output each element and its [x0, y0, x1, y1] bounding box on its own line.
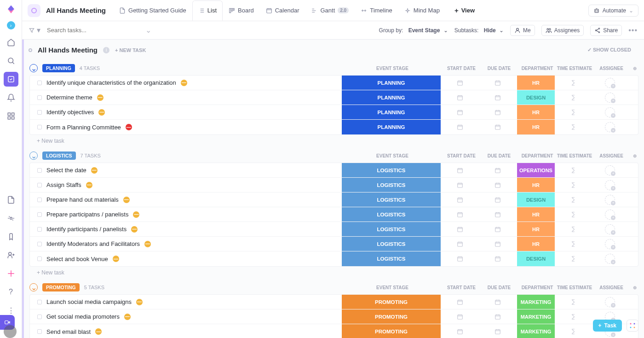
status-square-icon[interactable] [37, 329, 42, 334]
assignee-cell[interactable] [591, 195, 629, 205]
status-square-icon[interactable] [37, 125, 42, 129]
stage-cell[interactable]: PLANNING [341, 76, 441, 90]
time-estimate-cell[interactable] [555, 109, 591, 116]
show-closed-toggle[interactable]: ✓ SHOW CLOSED [587, 47, 631, 53]
start-date-cell[interactable] [441, 197, 479, 203]
time-estimate-cell[interactable] [555, 241, 591, 247]
status-square-icon[interactable] [37, 198, 42, 202]
task-row[interactable]: Select the date — LOGISTICS OPERATIONS [30, 163, 638, 178]
time-estimate-cell[interactable] [555, 197, 591, 203]
stage-cell[interactable]: PROMOTING [341, 324, 441, 338]
col-assignee[interactable]: ASSIGNEE [592, 285, 630, 290]
assignees-filter-button[interactable]: Assignees [541, 25, 584, 36]
help-icon[interactable]: ? [4, 285, 18, 299]
new-task-link[interactable]: + NEW TASK [115, 47, 146, 53]
department-cell[interactable]: HR [517, 222, 555, 236]
due-date-cell[interactable] [479, 182, 517, 188]
task-row[interactable]: Identify participants / panelists — LOGI… [30, 222, 638, 237]
task-row[interactable]: Form a Planning Committee — PLANNING HR [30, 120, 638, 134]
assignee-add-icon[interactable] [605, 297, 615, 307]
stage-cell[interactable]: LOGISTICS [341, 222, 441, 236]
col-assignee[interactable]: ASSIGNEE [592, 66, 630, 71]
share-button[interactable]: Share [590, 25, 622, 36]
col-time-estimate[interactable]: TIME ESTIMATE [557, 66, 592, 71]
view-tab-board[interactable]: Board [223, 0, 260, 21]
priority-icon[interactable]: — [91, 167, 98, 174]
assignee-add-icon[interactable] [605, 180, 615, 190]
start-date-cell[interactable] [441, 226, 479, 233]
start-date-cell[interactable] [441, 211, 479, 218]
time-estimate-cell[interactable] [555, 94, 591, 101]
time-estimate-cell[interactable] [555, 211, 591, 218]
search-nav-icon[interactable] [4, 53, 18, 68]
app-grid-icon[interactable] [627, 320, 638, 332]
status-pill[interactable]: PROMOTING [42, 283, 80, 291]
status-square-icon[interactable] [37, 212, 42, 217]
assignee-add-icon[interactable] [605, 224, 615, 234]
assignee-add-icon[interactable] [605, 254, 615, 264]
priority-icon[interactable]: — [113, 256, 119, 262]
status-square-icon[interactable] [37, 95, 42, 100]
department-cell[interactable]: OPERATIONS [517, 163, 555, 177]
department-cell[interactable]: MARKETING [517, 309, 555, 324]
notifications-icon[interactable] [4, 90, 18, 105]
status-square-icon[interactable] [37, 110, 42, 115]
assignee-add-icon[interactable] [605, 239, 615, 249]
assignee-cell[interactable] [591, 165, 629, 175]
new-task-inline[interactable]: + New task [29, 135, 644, 145]
sparkle-icon[interactable] [4, 266, 18, 281]
due-date-cell[interactable] [479, 241, 517, 247]
stage-cell[interactable]: LOGISTICS [341, 192, 441, 207]
stage-cell[interactable]: LOGISTICS [341, 163, 441, 177]
assignee-cell[interactable] [591, 180, 629, 190]
priority-icon[interactable]: — [98, 109, 105, 116]
col-time-estimate[interactable]: TIME ESTIMATE [557, 153, 592, 158]
stage-cell[interactable]: LOGISTICS [341, 178, 441, 192]
col-department[interactable]: DEPARTMENT [518, 285, 557, 290]
priority-icon[interactable]: — [181, 80, 187, 86]
col-event-stage[interactable]: EVENT STAGE [342, 285, 443, 290]
due-date-cell[interactable] [479, 124, 517, 130]
user-avatar[interactable] [4, 325, 17, 338]
stage-cell[interactable]: LOGISTICS [341, 251, 441, 266]
add-column-icon[interactable]: ⊕ [630, 153, 639, 158]
due-date-cell[interactable] [479, 94, 517, 101]
docs-icon[interactable] [4, 192, 18, 207]
time-estimate-cell[interactable] [555, 124, 591, 130]
stage-cell[interactable]: LOGISTICS [341, 237, 441, 251]
department-cell[interactable]: HR [517, 237, 555, 251]
info-icon[interactable]: i [103, 47, 109, 53]
time-estimate-cell[interactable] [555, 167, 591, 174]
assignee-add-icon[interactable] [605, 165, 615, 175]
group-by-selector[interactable]: Group by: Event Stage ⌄ [379, 27, 448, 34]
department-cell[interactable]: MARKETING [517, 295, 555, 309]
start-date-cell[interactable] [441, 182, 479, 188]
search-input[interactable] [47, 27, 139, 34]
department-cell[interactable]: MARKETING [517, 324, 555, 338]
assignee-add-icon[interactable] [605, 93, 615, 103]
due-date-cell[interactable] [479, 167, 517, 174]
start-date-cell[interactable] [441, 241, 479, 247]
status-square-icon[interactable] [37, 168, 42, 173]
department-cell[interactable]: HR [517, 207, 555, 221]
col-start-date[interactable]: START DATE [443, 153, 480, 158]
priority-icon[interactable]: — [126, 124, 132, 130]
priority-icon[interactable]: — [123, 197, 130, 203]
assignee-cell[interactable] [591, 107, 629, 117]
task-row[interactable]: Identify Moderators and Facilitators — L… [30, 237, 638, 251]
start-date-cell[interactable] [441, 80, 479, 86]
assignee-add-icon[interactable] [605, 78, 615, 88]
department-cell[interactable]: DESIGN [517, 192, 555, 207]
col-assignee[interactable]: ASSIGNEE [592, 153, 630, 158]
start-date-cell[interactable] [441, 256, 479, 262]
assignee-cell[interactable] [591, 239, 629, 249]
assignee-cell[interactable] [591, 254, 629, 264]
status-square-icon[interactable] [37, 183, 42, 187]
due-date-cell[interactable] [479, 328, 517, 335]
priority-icon[interactable]: — [97, 94, 104, 101]
start-date-cell[interactable] [441, 94, 479, 101]
view-tab-timeline[interactable]: Timeline [355, 0, 398, 21]
view-tab-getting-started-guide[interactable]: Getting Started Guide [113, 0, 192, 21]
stage-cell[interactable]: LOGISTICS [341, 207, 441, 221]
add-column-icon[interactable]: ⊕ [630, 285, 639, 290]
